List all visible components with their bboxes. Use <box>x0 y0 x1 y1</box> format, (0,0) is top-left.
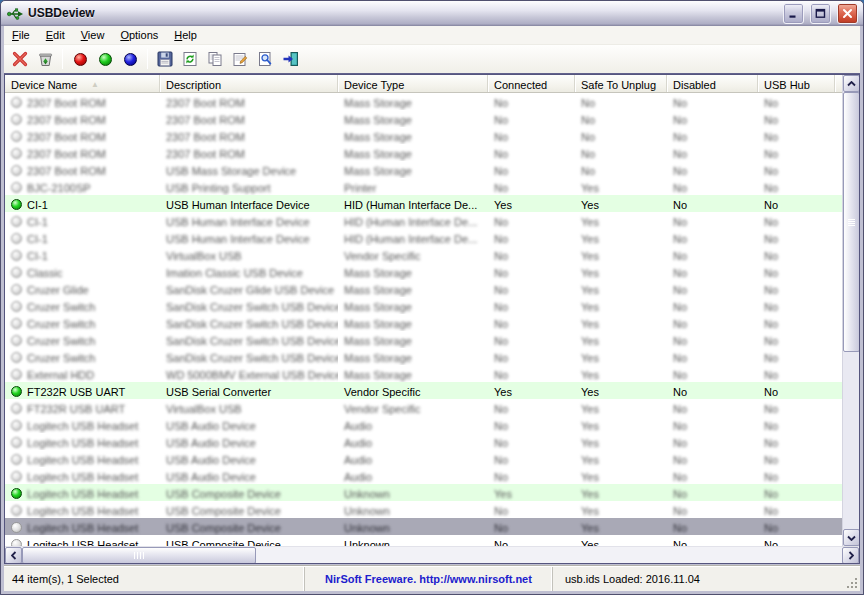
table-row[interactable]: Cruzer GlideSanDisk Cruzer Glide USB Dev… <box>5 280 859 297</box>
recycle-bin-icon[interactable] <box>33 47 57 71</box>
table-row[interactable]: Logitech USB HeadsetUSB Composite Device… <box>5 518 859 535</box>
table-row[interactable]: 2307 Boot ROMUSB Mass Storage DeviceMass… <box>5 161 859 178</box>
window-title: USBDeview <box>28 6 777 20</box>
table-row[interactable]: External HDDWD 5000BMV External USB Devi… <box>5 365 859 382</box>
blue-ball-icon[interactable] <box>118 47 142 71</box>
column-header-description[interactable]: Description <box>160 75 338 92</box>
table-row[interactable]: CI-1VirtualBox USBVendor SpecificNoYesNo… <box>5 246 859 263</box>
menu-file[interactable]: File <box>4 27 38 44</box>
title-bar[interactable]: USBDeview <box>1 1 863 26</box>
green-ball-icon <box>11 488 22 499</box>
gray-ball-icon <box>11 420 22 431</box>
table-row[interactable]: CI-1USB Human Interface DeviceHID (Human… <box>5 229 859 246</box>
menu-options[interactable]: Options <box>112 27 166 44</box>
status-bar: 44 item(s), 1 Selected NirSoft Freeware.… <box>4 566 860 591</box>
scroll-right-button[interactable] <box>842 547 859 564</box>
gray-ball-icon <box>11 454 22 465</box>
table-row[interactable]: Logitech USB HeadsetUSB Composite Device… <box>5 501 859 518</box>
horizontal-scroll-track[interactable] <box>256 547 842 563</box>
gray-ball-icon <box>11 216 22 227</box>
column-header-device-type[interactable]: Device Type <box>338 75 488 92</box>
red-ball-icon[interactable] <box>68 47 92 71</box>
gray-ball-icon <box>11 403 22 414</box>
table-row[interactable]: 2307 Boot ROM2307 Boot ROMMass StorageNo… <box>5 110 859 127</box>
gray-ball-icon <box>11 97 22 108</box>
gray-ball-icon <box>11 165 22 176</box>
gray-ball-icon <box>11 437 22 448</box>
menu-help[interactable]: Help <box>166 27 205 44</box>
gray-ball-icon <box>11 505 22 516</box>
refresh-icon[interactable] <box>178 47 202 71</box>
table-row[interactable]: Logitech USB HeadsetUSB Audio DeviceAudi… <box>5 433 859 450</box>
vertical-scrollbar[interactable] <box>842 75 859 546</box>
green-ball-icon <box>11 199 22 210</box>
menu-edit[interactable]: Edit <box>38 27 73 44</box>
column-header-connected[interactable]: Connected <box>488 75 575 92</box>
table-row[interactable]: FT232R USB UARTVirtualBox USBVendor Spec… <box>5 399 859 416</box>
table-row[interactable]: Logitech USB HeadsetUSB Audio DeviceAudi… <box>5 467 859 484</box>
table-row[interactable]: Logitech USB HeadsetUSB Audio DeviceAudi… <box>5 450 859 467</box>
gray-ball-icon <box>11 335 22 346</box>
table-row[interactable]: Cruzer SwitchSanDisk Cruzer Switch USB D… <box>5 314 859 331</box>
sort-indicator-icon: ▲ <box>91 80 99 89</box>
table-row[interactable]: ClassicImation Classic USB DeviceMass St… <box>5 263 859 280</box>
table-row[interactable]: FT232R USB UARTUSB Serial ConverterVendo… <box>5 382 859 399</box>
gray-ball-icon <box>11 471 22 482</box>
gray-ball-icon <box>11 114 22 125</box>
green-ball-icon[interactable] <box>93 47 117 71</box>
gray-ball-icon <box>11 369 22 380</box>
gray-ball-icon <box>11 131 22 142</box>
menu-view[interactable]: View <box>73 27 113 44</box>
gray-ball-icon <box>11 522 22 533</box>
column-headers: Device Name▲DescriptionDevice TypeConnec… <box>5 75 842 93</box>
item-count-status: 44 item(s), 1 Selected <box>4 573 304 585</box>
menu-bar: FileEditViewOptionsHelp <box>4 26 860 45</box>
column-header-safe-to-unplug[interactable]: Safe To Unplug <box>575 75 667 92</box>
column-header-disabled[interactable]: Disabled <box>667 75 758 92</box>
copy-icon[interactable] <box>203 47 227 71</box>
table-row[interactable]: Logitech USB HeadsetUSB Composite Device… <box>5 484 859 501</box>
uninstall-red-x-icon[interactable] <box>8 47 32 71</box>
table-row[interactable]: 2307 Boot ROM2307 Boot ROMMass StorageNo… <box>5 127 859 144</box>
toolbar <box>4 45 860 74</box>
gray-ball-icon <box>11 267 22 278</box>
usbids-status: usb.ids Loaded: 2016.11.04 <box>552 567 860 591</box>
app-icon <box>7 6 24 21</box>
table-row[interactable]: Logitech USB HeadsetUSB Audio DeviceAudi… <box>5 416 859 433</box>
table-row[interactable]: 2307 Boot ROM2307 Boot ROMMass StorageNo… <box>5 93 859 110</box>
horizontal-scroll-thumb[interactable] <box>22 547 256 564</box>
vertical-scroll-thumb[interactable] <box>843 92 860 352</box>
gray-ball-icon <box>11 233 22 244</box>
table-row[interactable]: Cruzer SwitchSanDisk Cruzer Switch USB D… <box>5 297 859 314</box>
save-icon[interactable] <box>153 47 177 71</box>
nirsoft-link[interactable]: NirSoft Freeware. http://www.nirsoft.net <box>304 567 552 591</box>
gray-ball-icon <box>11 352 22 363</box>
minimize-button[interactable] <box>783 3 804 24</box>
find-icon[interactable] <box>253 47 277 71</box>
table-row[interactable]: CI-1USB Human Interface DeviceHID (Human… <box>5 195 859 212</box>
column-header-device-name[interactable]: Device Name▲ <box>5 75 160 92</box>
gray-ball-icon <box>11 148 22 159</box>
scroll-up-button[interactable] <box>843 75 860 92</box>
table-row[interactable]: 2307 Boot ROM2307 Boot ROMMass StorageNo… <box>5 144 859 161</box>
gray-ball-icon <box>11 318 22 329</box>
usbdeview-window: USBDeview FileEditViewOptionsHelp <box>0 0 864 595</box>
device-list: 2307 Boot ROM2307 Boot ROMMass StorageNo… <box>5 93 859 563</box>
gray-ball-icon <box>11 250 22 261</box>
maximize-button[interactable] <box>810 3 831 24</box>
gray-ball-icon <box>11 301 22 312</box>
close-button[interactable] <box>837 3 858 24</box>
toolbar-separator <box>62 49 63 69</box>
table-row[interactable]: Cruzer SwitchSanDisk Cruzer Switch USB D… <box>5 348 859 365</box>
resize-grip[interactable] <box>846 577 858 589</box>
exit-icon[interactable] <box>278 47 302 71</box>
column-header-usb-hub[interactable]: USB Hub <box>758 75 835 92</box>
scroll-left-button[interactable] <box>5 547 22 564</box>
table-row[interactable]: CI-1USB Human Interface DeviceHID (Human… <box>5 212 859 229</box>
gray-ball-icon <box>11 284 22 295</box>
table-row[interactable]: BJC-2100SPUSB Printing SupportPrinterNoY… <box>5 178 859 195</box>
scroll-down-button[interactable] <box>843 529 860 546</box>
horizontal-scrollbar[interactable] <box>5 546 859 563</box>
properties-icon[interactable] <box>228 47 252 71</box>
table-row[interactable]: Cruzer SwitchSanDisk Cruzer Switch USB D… <box>5 331 859 348</box>
